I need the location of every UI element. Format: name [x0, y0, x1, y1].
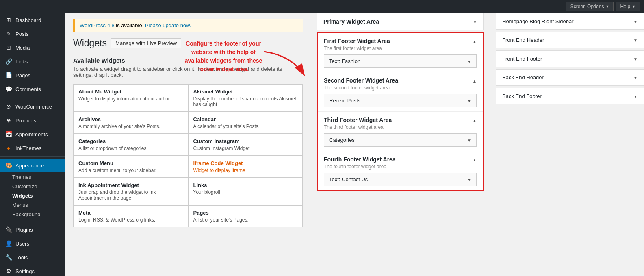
sidebar-item-settings[interactable]: ⚙ Settings — [0, 264, 65, 276]
sidebar-panel-chevron[interactable] — [633, 37, 637, 43]
media-icon: ⊡ — [5, 44, 12, 51]
sidebar-panel-label: Front End Header — [502, 37, 544, 43]
sidebar-panel-header[interactable]: Front End Footer — [496, 51, 644, 67]
tooltip-line4: footer widget area. — [175, 65, 272, 74]
primary-widget-area-label: Primary Widget Area — [323, 18, 379, 25]
footer-area-widget[interactable]: Text: Contact Us — [324, 173, 477, 186]
footer-area-chevron[interactable] — [473, 38, 477, 44]
widget-item[interactable]: Custom MenuAdd a custom menu to your sid… — [73, 156, 188, 178]
wordpress-version-link[interactable]: WordPress 4.8 — [80, 22, 115, 28]
sidebar-panel-chevron[interactable] — [633, 18, 637, 24]
widget-item[interactable]: CategoriesA list or dropdown of categori… — [73, 134, 188, 156]
widget-item[interactable]: CalendarA calendar of your site's Posts. — [188, 112, 303, 134]
content-area: WordPress 4.8 is available! Please updat… — [65, 13, 311, 276]
sidebar-label-media: Media — [15, 45, 30, 51]
footer-area-chevron[interactable] — [473, 117, 477, 123]
woocommerce-icon: ⊙ — [5, 103, 12, 110]
footer-area-widget[interactable]: Text: Fashion — [324, 54, 477, 68]
footer-widget-container: First Footer Widget Area The first foote… — [317, 32, 484, 191]
footer-widget-chevron[interactable] — [467, 176, 471, 183]
footer-area-desc: The third footer widget area — [324, 124, 477, 130]
notice-bar: WordPress 4.8 is available! Please updat… — [73, 19, 303, 32]
screen-options-label: Screen Options — [570, 4, 604, 9]
middle-panel: Primary Widget Area First Footer Widget … — [311, 13, 490, 276]
sidebar-item-users[interactable]: 👤 Users — [0, 237, 65, 250]
sidebar-sub-customize[interactable]: Customize — [0, 182, 65, 191]
page-title: Widgets — [73, 38, 107, 49]
sidebar-item-posts[interactable]: ✎ Posts — [0, 27, 65, 41]
sidebar-panel-header[interactable]: Back End Header — [496, 70, 644, 85]
manage-live-preview-button[interactable]: Manage with Live Preview — [111, 38, 181, 48]
content-inner: WordPress 4.8 is available! Please updat… — [73, 19, 303, 227]
sidebar-item-pages[interactable]: 📄 Pages — [0, 68, 65, 82]
widget-name: Custom Instagram — [193, 138, 298, 144]
appearance-icon: 🎨 — [5, 162, 12, 169]
widget-desc: A calendar of your site's Posts. — [193, 124, 298, 129]
sidebar-panel-label: Back End Header — [502, 74, 544, 80]
available-widgets-section: Available Widgets To activate a widget d… — [73, 57, 303, 227]
sidebar-panel-chevron[interactable] — [633, 93, 637, 99]
footer-widget-chevron[interactable] — [467, 58, 471, 64]
widget-name: Meta — [78, 210, 183, 216]
sidebar-sub-themes[interactable]: Themes — [0, 172, 65, 182]
sidebar-label-links: Links — [15, 59, 28, 65]
widget-item[interactable]: Akismet WidgetDisplay the number of spam… — [188, 84, 303, 112]
sidebar-item-media[interactable]: ⊡ Media — [0, 41, 65, 54]
primary-widget-area-panel[interactable]: Primary Widget Area — [317, 13, 484, 30]
primary-chevron-icon — [473, 18, 477, 25]
footer-area-chevron[interactable] — [473, 78, 477, 84]
sidebar-item-dashboard[interactable]: ⊞ Dashboard — [0, 13, 65, 27]
sidebar-item-links[interactable]: 🔗 Links — [0, 54, 65, 68]
footer-area-desc: The fourth footer widget area — [324, 164, 477, 170]
sidebar-panel-header[interactable]: Front End Header — [496, 32, 644, 48]
sidebar-item-tools[interactable]: 🔧 Tools — [0, 250, 65, 264]
widget-name: Custom Menu — [78, 160, 183, 166]
widget-item[interactable]: Ink Appointment WidgetJust drag and drop… — [73, 178, 188, 205]
far-right-panel: Homepage Blog Right Sidebar Front End He… — [490, 13, 644, 276]
widget-desc: A monthly archive of your site's Posts. — [78, 124, 183, 129]
sidebar-sub-menus[interactable]: Menus — [0, 200, 65, 210]
widget-item[interactable]: Iframe Code WidgetWidget to display ifra… — [188, 156, 303, 178]
widget-name: Calendar — [193, 116, 298, 122]
sidebar-item-comments[interactable]: 💬 Comments — [0, 82, 65, 96]
help-label: Help — [620, 4, 630, 9]
widget-item[interactable]: MetaLogin, RSS, & WordPress.org links. — [73, 205, 188, 227]
sidebar-label-appearance: Appearance — [15, 163, 44, 169]
sidebar-panel-chevron[interactable] — [633, 74, 637, 80]
widget-desc: Widget to display information about auth… — [78, 96, 183, 102]
footer-widget-chevron[interactable] — [467, 137, 471, 143]
screen-options-button[interactable]: Screen Options ▼ — [566, 2, 614, 11]
sidebar-item-woocommerce[interactable]: ⊙ WooCommerce — [0, 100, 65, 113]
appointments-icon: 📅 — [5, 130, 12, 138]
sidebar-item-plugins[interactable]: 🔌 Plugins — [0, 223, 65, 237]
help-button[interactable]: Help ▼ — [616, 2, 640, 11]
widget-item[interactable]: About Me WidgetWidget to display informa… — [73, 84, 188, 112]
footer-area-widget[interactable]: Categories — [324, 133, 477, 147]
widget-item[interactable]: PagesA list of your site's Pages. — [188, 205, 303, 227]
sidebar-divider-2 — [0, 156, 65, 157]
sidebar-panel-header[interactable]: Back End Footer — [496, 88, 644, 104]
footer-widget-chevron[interactable] — [467, 98, 471, 104]
footer-area-header: Third Footer Widget Area — [324, 117, 477, 123]
sidebar-item-appointments[interactable]: 📅 Appointments — [0, 127, 65, 141]
footer-area-chevron[interactable] — [473, 156, 477, 163]
widget-item[interactable]: Custom InstagramCustom Instagram Widget — [188, 134, 303, 156]
widget-item[interactable]: LinksYour blogroll — [188, 178, 303, 205]
sidebar-label-comments: Comments — [15, 86, 41, 92]
sidebar-item-appearance[interactable]: 🎨 Appearance — [0, 159, 65, 172]
screen-options-chevron: ▼ — [605, 4, 609, 9]
main-layout: ⊞ Dashboard ✎ Posts ⊡ Media 🔗 Links 📄 Pa… — [0, 13, 644, 276]
widget-grid: About Me WidgetWidget to display informa… — [73, 84, 303, 227]
primary-widget-area-header[interactable]: Primary Widget Area — [317, 13, 483, 30]
widget-item[interactable]: ArchivesA monthly archive of your site's… — [73, 112, 188, 134]
sidebar-divider-3 — [0, 221, 65, 221]
please-update-link[interactable]: Please update now. — [145, 22, 191, 28]
widget-desc: Display the number of spam comments Akis… — [193, 96, 298, 107]
sidebar-sub-background[interactable]: Background — [0, 210, 65, 219]
sidebar-sub-widgets[interactable]: Widgets — [0, 191, 65, 200]
sidebar-item-inkthemes[interactable]: ● InkThemes — [0, 141, 65, 155]
sidebar-panel-header[interactable]: Homepage Blog Right Sidebar — [496, 13, 644, 29]
sidebar-item-products[interactable]: ⊕ Products — [0, 113, 65, 127]
footer-area-widget[interactable]: Recent Posts — [324, 94, 477, 107]
sidebar-panel-chevron[interactable] — [633, 56, 637, 62]
